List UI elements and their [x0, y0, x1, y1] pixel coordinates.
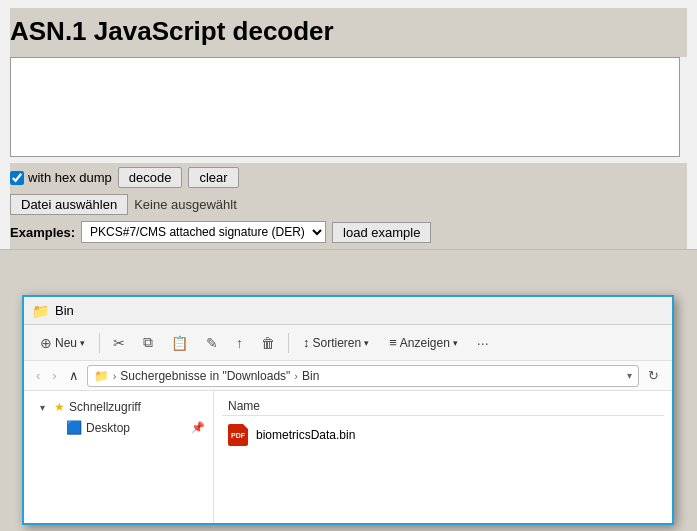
decode-button[interactable]: decode [118, 167, 183, 188]
plus-icon: ⊕ [40, 335, 52, 351]
delete-icon: 🗑 [261, 335, 275, 351]
toolbar-sep-1 [99, 333, 100, 353]
desktop-folder-icon: 🟦 [66, 420, 82, 435]
file-pdf-icon: PDF [228, 424, 248, 446]
rename-icon: ✎ [206, 335, 218, 351]
hex-dump-label[interactable]: with hex dump [10, 170, 112, 185]
dialog-folder-icon: 📁 [32, 303, 49, 319]
path-sep-1: › [113, 370, 117, 382]
new-chevron-icon: ▾ [80, 338, 85, 348]
browser-content: ASN.1 JavaScript decoder with hex dump d… [0, 0, 697, 250]
paste-button[interactable]: 📋 [164, 331, 195, 355]
back-button[interactable]: ‹ [32, 366, 44, 385]
file-item[interactable]: PDF biometricsData.bin [222, 420, 664, 450]
sort-label: Sortieren [313, 336, 362, 350]
file-chooser-button[interactable]: Datei auswählen [10, 194, 128, 215]
quickaccess-label: Schnellzugriff [69, 400, 141, 414]
view-chevron-icon: ▾ [453, 338, 458, 348]
address-path-box[interactable]: 📁 › Suchergebnisse in "Downloads" › Bin … [87, 365, 639, 387]
quickaccess-expand-icon: ▾ [40, 402, 50, 413]
right-panel: Name PDF biometricsData.bin [214, 391, 672, 523]
sort-chevron-icon: ▾ [364, 338, 369, 348]
dialog-toolbar: ⊕ Neu ▾ ✂ ⧉ 📋 ✎ ↑ 🗑 [24, 325, 672, 361]
load-example-button[interactable]: load example [332, 222, 431, 243]
sort-button[interactable]: ↕ Sortieren ▾ [295, 331, 377, 354]
paste-icon: 📋 [171, 335, 188, 351]
cut-icon: ✂ [113, 335, 125, 351]
controls-row: with hex dump decode clear [10, 163, 687, 192]
share-button[interactable]: ↑ [229, 331, 250, 355]
dialog-content: ▾ ★ Schnellzugriff 🟦 Desktop 📌 Name [24, 391, 672, 523]
rename-button[interactable]: ✎ [199, 331, 225, 355]
quickaccess-star-icon: ★ [54, 400, 65, 414]
delete-button[interactable]: 🗑 [254, 331, 282, 355]
more-icon: ··· [477, 335, 489, 351]
examples-select[interactable]: PKCS#7/CMS attached signature (DER) [81, 221, 326, 243]
pin-icon: 📌 [191, 421, 205, 434]
page-container: ASN.1 JavaScript decoder with hex dump d… [0, 0, 697, 531]
name-column-header[interactable]: Name [228, 399, 658, 413]
refresh-button[interactable]: ↻ [643, 366, 664, 385]
view-label: Anzeigen [400, 336, 450, 350]
view-button[interactable]: ≡ Anzeigen ▾ [381, 331, 466, 354]
no-file-selected-text: Keine ausgewählt [134, 197, 237, 212]
clear-button[interactable]: clear [188, 167, 238, 188]
view-icon: ≡ [389, 335, 397, 350]
desktop-label: Desktop [86, 421, 130, 435]
cut-button[interactable]: ✂ [106, 331, 132, 355]
copy-icon: ⧉ [143, 334, 153, 350]
path-part-2: Bin [302, 369, 319, 383]
column-header: Name [222, 397, 664, 416]
dialog-title: Bin [55, 303, 74, 318]
hex-dump-checkbox[interactable] [10, 171, 24, 185]
sort-icon: ↕ [303, 335, 310, 350]
desktop-item[interactable]: 🟦 Desktop 📌 [24, 417, 213, 438]
path-chevron-icon: ▾ [627, 370, 632, 381]
file-row: Datei auswählen Keine ausgewählt [10, 192, 687, 219]
file-name: biometricsData.bin [256, 428, 355, 442]
hex-dump-text: with hex dump [28, 170, 112, 185]
pdf-label: PDF [231, 432, 245, 439]
toolbar-sep-2 [288, 333, 289, 353]
left-panel: ▾ ★ Schnellzugriff 🟦 Desktop 📌 [24, 391, 214, 523]
up-button[interactable]: ∧ [65, 366, 83, 385]
forward-button[interactable]: › [48, 366, 60, 385]
asn-input-area[interactable] [10, 57, 680, 157]
examples-row: Examples: PKCS#7/CMS attached signature … [10, 219, 687, 249]
new-label: Neu [55, 336, 77, 350]
page-title: ASN.1 JavaScript decoder [10, 8, 687, 57]
more-button[interactable]: ··· [470, 331, 496, 355]
path-part-1: Suchergebnisse in "Downloads" [120, 369, 290, 383]
dialog-titlebar: 📁 Bin [24, 297, 672, 325]
path-folder-icon: 📁 [94, 369, 109, 383]
share-icon: ↑ [236, 335, 243, 351]
examples-label: Examples: [10, 225, 75, 240]
path-sep-2: › [294, 370, 298, 382]
new-button[interactable]: ⊕ Neu ▾ [32, 331, 93, 355]
address-bar: ‹ › ∧ 📁 › Suchergebnisse in "Downloads" … [24, 361, 672, 391]
file-dialog: 📁 Bin ⊕ Neu ▾ ✂ ⧉ 📋 ✎ ↑ [22, 295, 674, 525]
quickaccess-item[interactable]: ▾ ★ Schnellzugriff [24, 397, 213, 417]
copy-button[interactable]: ⧉ [136, 330, 160, 355]
